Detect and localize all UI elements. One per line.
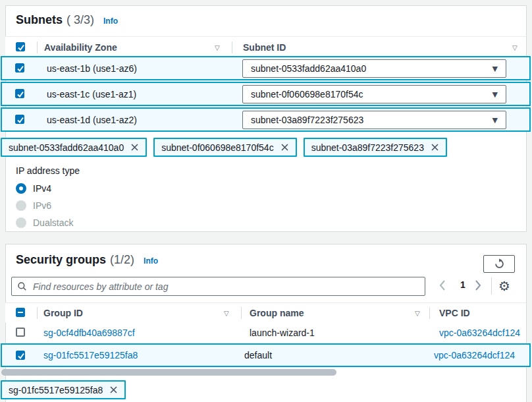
toolbar-divider: [491, 277, 492, 295]
group-row-checkbox[interactable]: [16, 351, 25, 360]
select-all-subnets-checkbox[interactable]: [16, 42, 25, 51]
subnet-row[interactable]: us-east-1b (use1-az6) subnet-0533fadd62a…: [1, 56, 531, 80]
sort-icon[interactable]: ▽: [415, 309, 420, 316]
token-label: subnet-0533fadd62aa410a0: [9, 142, 124, 153]
subnet-id-select[interactable]: subnet-0f060698e8170f54c ▼: [242, 85, 506, 103]
security-groups-info-link[interactable]: Info: [144, 256, 158, 266]
close-icon: [109, 386, 118, 394]
subnet-id-select-value: subnet-0f060698e8170f54c: [251, 89, 363, 100]
chevron-down-icon: ▼: [492, 90, 498, 99]
page-number[interactable]: 1: [460, 279, 466, 290]
ip-address-type-label: IP address type: [16, 165, 80, 176]
subnets-title: Subnets( 3/3)Info: [16, 13, 118, 27]
sort-icon[interactable]: ▽: [512, 43, 518, 51]
sort-icon[interactable]: ▽: [215, 43, 220, 51]
radio-disabled-icon: [16, 200, 26, 211]
chevron-right-icon: [475, 279, 481, 291]
close-icon: [431, 143, 439, 152]
refresh-button[interactable]: [483, 255, 515, 273]
column-header-group-id[interactable]: Group ID: [43, 308, 83, 318]
check-icon: [17, 352, 25, 360]
subnet-row[interactable]: us-east-1c (use1-az1) subnet-0f060698e81…: [1, 82, 531, 106]
preferences-button[interactable]: ⚙: [498, 279, 510, 293]
subnets-table-header: Availability Zone ▽ Subnet ID ▽: [5, 36, 526, 57]
close-icon: [280, 143, 289, 152]
column-divider: [37, 42, 38, 53]
subnet-id-select-value: subnet-03a89f7223f275623: [251, 115, 363, 125]
security-group-token: sg-01fc5517e59125fa8: [1, 380, 126, 399]
radio-dualstack: Dualstack: [16, 216, 73, 229]
subnets-panel: Subnets( 3/3)Info Availability Zone ▽ Su…: [5, 5, 527, 232]
subnet-id-select[interactable]: subnet-0533fadd62aa410a0 ▼: [242, 59, 506, 78]
column-header-availability-zone[interactable]: Availability Zone: [44, 42, 117, 53]
radio-label: IPv4: [33, 183, 51, 194]
page: { "colors": { "accent_blue": "#0073bb", …: [0, 0, 532, 402]
next-page-button[interactable]: [475, 279, 481, 291]
subnets-info-link[interactable]: Info: [103, 16, 118, 26]
chevron-down-icon: ▼: [492, 65, 498, 73]
subnet-id-select[interactable]: subnet-03a89f7223f275623 ▼: [242, 111, 506, 129]
availability-zone-cell: us-east-1c (use1-az1): [47, 89, 136, 100]
check-icon: [16, 65, 24, 72]
vpc-id-cell[interactable]: vpc-0a63264dcf124: [439, 328, 520, 338]
radio-ipv6: IPv6: [16, 199, 51, 212]
group-name-cell: default: [244, 350, 272, 360]
indeterminate-icon: [18, 312, 23, 313]
column-divider: [241, 307, 242, 319]
vpc-id-cell[interactable]: vpc-0a63264dcf124: [434, 350, 515, 360]
security-group-row[interactable]: sg-0cf4dfb40a69887cf launch-wizard-1 vpc…: [6, 322, 526, 343]
chevron-left-icon: [439, 279, 446, 291]
security-group-row[interactable]: sg-01fc5517e59125fa8 default vpc-0a63264…: [1, 343, 531, 367]
security-groups-counter: (1/2): [110, 253, 134, 266]
search-input[interactable]: [32, 281, 419, 293]
radio-disabled-icon: [16, 217, 26, 228]
close-icon: [130, 143, 139, 152]
subnet-row-checkbox[interactable]: [15, 63, 24, 72]
group-row-checkbox[interactable]: [16, 328, 25, 337]
security-group-token-group: sg-01fc5517e59125fa8: [1, 380, 126, 399]
select-all-groups-checkbox[interactable]: [16, 308, 25, 317]
check-icon: [16, 90, 24, 98]
chevron-down-icon: ▼: [492, 116, 498, 125]
gear-icon: ⚙: [498, 278, 510, 294]
column-header-group-name[interactable]: Group name: [250, 308, 304, 318]
radio-label: IPv6: [33, 200, 51, 211]
radio-selected-icon: [16, 183, 26, 194]
subnet-token: subnet-0f060698e8170f54c: [153, 138, 296, 157]
horizontal-scrollbar[interactable]: [1, 369, 336, 376]
group-name-cell: launch-wizard-1: [250, 328, 315, 338]
token-dismiss-button[interactable]: [280, 143, 289, 152]
refresh-icon: [494, 258, 505, 270]
radio-label: Dualstack: [33, 217, 73, 228]
check-icon: [17, 43, 25, 51]
group-id-cell[interactable]: sg-0cf4dfb40a69887cf: [43, 328, 135, 338]
security-groups-title: Security groups(1/2)Info: [16, 253, 158, 267]
security-groups-panel: Security groups(1/2)Info 1 ⚙ Group ID ▽ …: [5, 244, 527, 402]
previous-page-button[interactable]: [439, 279, 446, 291]
column-divider: [429, 307, 430, 319]
radio-ipv4[interactable]: IPv4: [16, 182, 51, 195]
availability-zone-cell: us-east-1d (use1-az2): [47, 115, 137, 125]
subnets-counter: ( 3/3): [66, 13, 94, 26]
availability-zone-cell: us-east-1b (use1-az6): [47, 63, 137, 74]
security-groups-table-header: Group ID ▽ Group name ▽ VPC ID: [5, 302, 526, 323]
subnets-title-text: Subnets: [16, 13, 63, 26]
search-box: [11, 277, 425, 296]
subnet-row-checkbox[interactable]: [15, 89, 24, 98]
group-id-cell[interactable]: sg-01fc5517e59125fa8: [43, 350, 138, 360]
subnet-token: subnet-0533fadd62aa410a0: [1, 138, 147, 157]
subnet-row-checkbox[interactable]: [15, 115, 24, 124]
sort-icon[interactable]: ▽: [224, 309, 229, 316]
subnet-token-group: subnet-0533fadd62aa410a0 subnet-0f060698…: [1, 138, 447, 157]
subnet-row[interactable]: us-east-1d (use1-az2) subnet-03a89f7223f…: [1, 107, 531, 132]
column-divider: [232, 42, 232, 53]
column-header-subnet-id[interactable]: Subnet ID: [243, 42, 286, 53]
token-dismiss-button[interactable]: [109, 386, 118, 394]
column-header-vpc-id[interactable]: VPC ID: [439, 308, 470, 318]
column-divider: [37, 307, 38, 319]
token-dismiss-button[interactable]: [130, 143, 139, 152]
token-label: sg-01fc5517e59125fa8: [9, 385, 103, 395]
check-icon: [16, 116, 24, 124]
token-label: subnet-03a89f7223f275623: [311, 142, 424, 153]
token-dismiss-button[interactable]: [431, 143, 439, 152]
